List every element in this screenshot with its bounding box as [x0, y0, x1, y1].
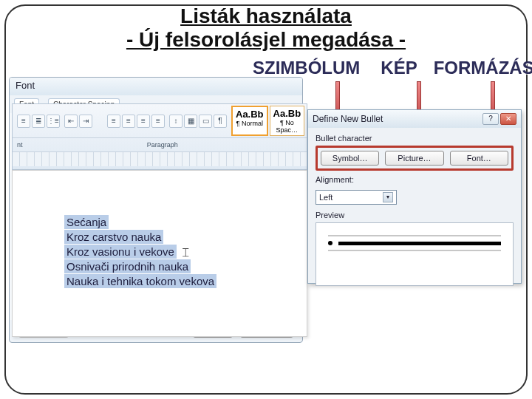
style-normal[interactable]: Aa.Bb ¶ Normal [231, 106, 268, 136]
document-page[interactable]: Sećanja Kroz carstvo nauka Kroz vasionu … [12, 170, 307, 337]
ruler[interactable] [13, 151, 307, 166]
bullet-buttons-highlight: Symbol… Picture… Font… [316, 146, 514, 171]
label-picture: KÉP [381, 58, 417, 78]
label-format: FORMÁZÁS [434, 58, 532, 78]
font-button[interactable]: Font… [450, 151, 508, 166]
list-item[interactable]: Sećanja [64, 215, 109, 229]
style-no-spacing[interactable]: Aa.Bb ¶ No Spac… [270, 106, 305, 136]
list-item[interactable]: Kroz vasionu i vekove [64, 245, 177, 259]
dialog-title: Define New Bullet [313, 114, 383, 124]
group-paragraph-label: Paragraph [147, 141, 178, 149]
preview-box [316, 222, 514, 286]
list-item[interactable]: Kroz carstvo nauka [64, 230, 163, 244]
font-dialog-title: Font [10, 78, 302, 95]
align-right-icon[interactable]: ≡ [137, 115, 150, 128]
label-symbol: SZIMBÓLUM [253, 58, 360, 78]
shading-icon[interactable]: ▦ [184, 115, 197, 128]
symbol-button[interactable]: Symbol… [321, 151, 379, 166]
alignment-label: Alignment: [316, 175, 354, 184]
help-icon[interactable]: ? [482, 113, 499, 125]
list-item[interactable]: Nauka i tehnika tokom vekova [64, 274, 216, 288]
close-icon[interactable]: ✕ [500, 113, 516, 125]
group-font-label: nt [17, 141, 23, 149]
list-item[interactable]: Osnivači prirodnih nauka [64, 259, 191, 273]
align-left-icon[interactable]: ≡ [107, 115, 120, 128]
define-new-bullet-dialog: Define New Bullet ? ✕ Bullet character S… [307, 109, 522, 284]
section-labels: SZIMBÓLUM KÉP FORMÁZÁS [253, 58, 532, 78]
bullets-icon[interactable]: ≡ [17, 115, 30, 128]
multilevel-icon[interactable]: ⋮≡ [47, 115, 60, 128]
line-spacing-icon[interactable]: ↕ [169, 115, 183, 128]
justify-icon[interactable]: ≡ [151, 115, 165, 128]
indent-increase-icon[interactable]: ⇥ [79, 115, 92, 128]
alignment-select[interactable]: Left ▾ [316, 190, 397, 205]
ribbon: ≡ ≣ ⋮≡ ⇤ ⇥ ≡ ≡ ≡ ≡ ↕ ▦ ▭ ¶ Aa.Bb ¶ Norma… [12, 103, 307, 170]
picture-button[interactable]: Picture… [385, 151, 443, 166]
show-marks-icon[interactable]: ¶ [214, 115, 227, 128]
preview-label: Preview [316, 211, 514, 219]
text-cursor-icon: ⌶ [183, 246, 188, 258]
bullet-character-label: Bullet character [316, 134, 514, 143]
align-center-icon[interactable]: ≡ [122, 115, 135, 128]
list-buttons: ≡ ≣ ⋮≡ [17, 115, 60, 128]
borders-icon[interactable]: ▭ [199, 115, 212, 128]
chevron-down-icon: ▾ [383, 192, 393, 202]
numbering-icon[interactable]: ≣ [32, 115, 45, 128]
indent-decrease-icon[interactable]: ⇤ [64, 115, 78, 128]
